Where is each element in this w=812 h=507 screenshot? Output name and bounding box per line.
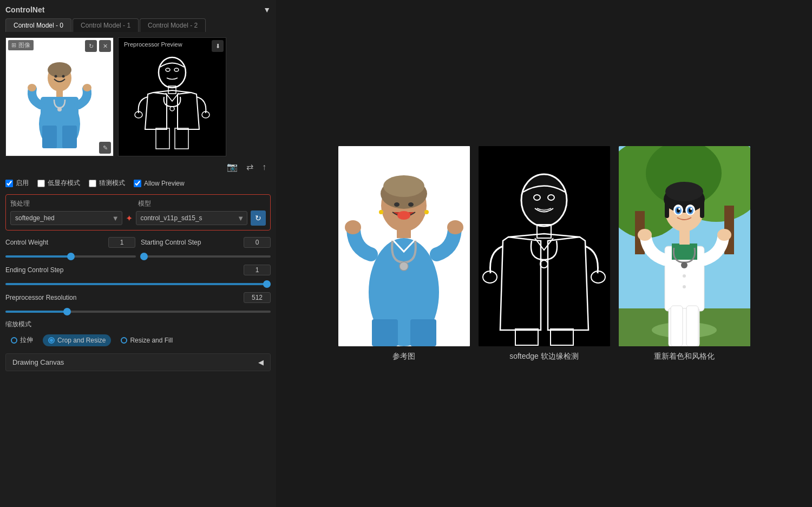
preprocessor-res-slider[interactable] — [5, 311, 271, 313]
panel-collapse-icon[interactable]: ▼ — [263, 5, 271, 14]
control-weight-row: Control Weight 1 — [5, 237, 135, 248]
preprocessor-res-slider-container — [5, 306, 271, 314]
source-image-area[interactable] — [6, 38, 113, 156]
svg-point-10 — [57, 107, 62, 111]
source-image-controls: ↻ ✕ — [85, 40, 111, 52]
source-image-label: ⊞ 图像 — [8, 40, 34, 50]
svg-point-29 — [383, 175, 424, 197]
low-vram-checkbox[interactable]: 低显存模式 — [37, 179, 80, 188]
svg-rect-36 — [372, 319, 398, 346]
radio-resize-fill[interactable]: Resize and Fill — [115, 334, 178, 346]
enable-checkbox[interactable]: 启用 — [5, 179, 29, 188]
gallery-label-anime: 重新着色和风格化 — [654, 352, 715, 361]
refresh-source-button[interactable]: ↻ — [85, 40, 97, 52]
gallery-label-reference: 参考图 — [392, 352, 415, 361]
sketch-figure-gallery — [479, 146, 610, 346]
drawing-canvas-row[interactable]: Drawing Canvas ◀ — [5, 353, 271, 371]
image-row: ⊞ 图像 ↻ ✕ — [5, 37, 271, 156]
bottom-action-row: 📷 ⇄ ↑ — [5, 161, 271, 173]
tab-control-model-2[interactable]: Control Model - 2 — [140, 18, 206, 32]
ending-step-slider-container — [5, 279, 271, 287]
gallery-item-reference: 参考图 — [338, 146, 470, 361]
low-vram-label: 低显存模式 — [48, 179, 80, 188]
enable-checkbox-input[interactable] — [5, 180, 13, 187]
radio-resize-fill-label: Resize and Fill — [130, 337, 173, 344]
svg-point-5 — [62, 75, 65, 78]
guess-mode-checkbox-input[interactable] — [89, 180, 96, 187]
control-weight-col: Control Weight 1 — [5, 237, 135, 251]
radio-crop-resize[interactable]: Crop and Resize — [43, 334, 111, 346]
up-button[interactable]: ↑ — [260, 161, 269, 173]
radio-stretch-dot — [11, 337, 17, 344]
svg-point-39 — [424, 210, 429, 214]
ending-step-label: Ending Control Step — [5, 266, 239, 274]
allow-preview-label: Allow Preview — [144, 180, 185, 187]
drawing-canvas-icon: ◀ — [258, 358, 264, 366]
gallery-image-anime — [619, 146, 750, 346]
panel-header: ControlNet ▼ — [5, 5, 271, 14]
anime-figure — [619, 146, 750, 346]
low-vram-checkbox-input[interactable] — [37, 180, 45, 187]
svg-point-63 — [665, 182, 703, 201]
svg-point-75 — [717, 229, 731, 241]
pm-labels: 预处理 模型 — [10, 199, 266, 208]
sketch-figure — [129, 43, 215, 151]
svg-point-78 — [683, 285, 686, 288]
ending-step-slider[interactable] — [5, 283, 271, 285]
preview-image-controls: ⬇ — [212, 40, 224, 52]
preprocessor-select-wrapper: softedge_hed ▼ — [10, 211, 122, 225]
starting-step-label: Starting Control Step — [141, 239, 239, 246]
sketch-preview-area — [119, 38, 226, 156]
svg-point-38 — [379, 210, 383, 214]
dual-slider-row — [5, 251, 271, 259]
svg-rect-65 — [700, 199, 704, 218]
svg-point-33 — [345, 220, 361, 234]
svg-point-74 — [638, 229, 652, 241]
allow-preview-checkbox[interactable]: Allow Preview — [134, 180, 185, 187]
tab-control-model-1[interactable]: Control Model - 1 — [73, 18, 139, 32]
radio-crop-resize-dot — [48, 337, 55, 344]
gallery: 参考图 — [338, 146, 750, 361]
starting-step-slider[interactable] — [140, 255, 271, 258]
radio-stretch[interactable]: 拉伸 — [5, 333, 38, 347]
image-icon: ⊞ — [11, 42, 16, 49]
nurse-figure — [24, 45, 95, 148]
allow-preview-checkbox-input[interactable] — [134, 180, 141, 187]
left-panel: ControlNet ▼ Control Model - 0 Control M… — [0, 0, 276, 507]
svg-rect-37 — [410, 319, 436, 346]
guess-mode-checkbox[interactable]: 猜测模式 — [89, 179, 125, 188]
close-source-button[interactable]: ✕ — [99, 40, 111, 52]
svg-point-73 — [690, 208, 692, 210]
model-select[interactable]: control_v11p_sd15_s — [136, 211, 248, 225]
control-weight-value: 1 — [108, 237, 135, 248]
camera-button[interactable]: 📷 — [225, 161, 240, 173]
zoom-mode-radio-group: 拉伸 Crop and Resize Resize and Fill — [5, 333, 271, 347]
svg-rect-81 — [686, 306, 698, 346]
control-weight-slider[interactable] — [5, 255, 136, 258]
svg-point-3 — [48, 62, 71, 77]
preprocessor-label: 预处理 — [10, 199, 138, 208]
tab-control-model-0[interactable]: Control Model - 0 — [5, 18, 71, 32]
svg-rect-80 — [671, 306, 683, 346]
guess-mode-label: 猜测模式 — [99, 179, 125, 188]
pm-controls: softedge_hed ▼ ✦ control_v11p_sd15_s ▼ ↻ — [10, 210, 266, 226]
enable-label: 启用 — [16, 179, 29, 188]
model-label: 模型 — [138, 199, 266, 208]
svg-point-72 — [678, 208, 680, 210]
preview-image-box: Preprocessor Preview ⬇ — [118, 37, 226, 156]
svg-point-76 — [681, 262, 687, 268]
drawing-canvas-label: Drawing Canvas — [12, 358, 64, 366]
download-preview-button[interactable]: ⬇ — [212, 40, 224, 52]
model-refresh-button[interactable]: ↻ — [251, 210, 266, 226]
ending-step-value: 1 — [244, 265, 271, 275]
preprocessor-select[interactable]: softedge_hed — [10, 211, 122, 225]
control-weight-label: Control Weight — [5, 239, 104, 246]
brush-button[interactable]: ✎ — [99, 142, 111, 154]
svg-point-30 — [394, 202, 400, 207]
model-tabs: Control Model - 0 Control Model - 1 Cont… — [5, 18, 271, 32]
swap-button[interactable]: ⇄ — [244, 161, 256, 173]
preprocessor-res-row: Preprocessor Resolution 512 — [5, 292, 271, 303]
starting-step-value: 0 — [244, 237, 271, 248]
control-weight-slider-container — [5, 251, 138, 259]
svg-point-34 — [447, 220, 463, 234]
